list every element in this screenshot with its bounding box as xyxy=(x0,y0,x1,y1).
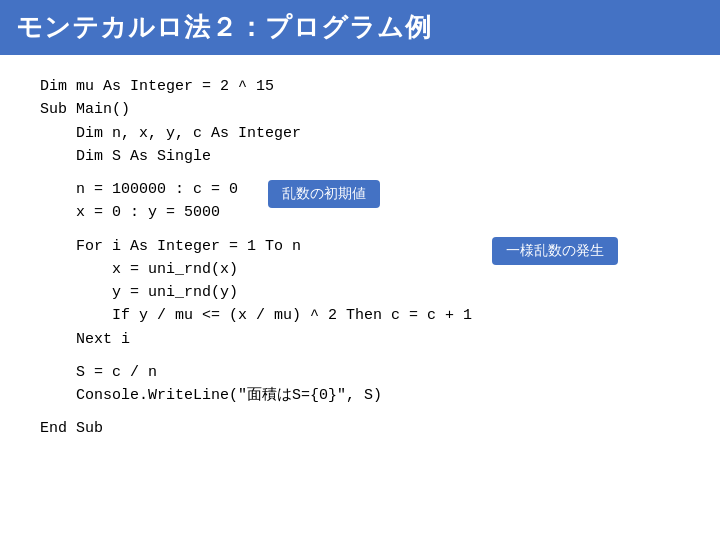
section-init: n = 100000 : c = 0 x = 0 : y = 5000 乱数の初… xyxy=(40,178,680,225)
code-line-9: If y / mu <= (x / mu) ^ 2 Then c = c + 1 xyxy=(40,304,472,327)
code-line-10: Next i xyxy=(40,328,472,351)
code-line-3: Dim n, x, y, c As Integer xyxy=(40,122,680,145)
tooltip-init: 乱数の初期値 xyxy=(268,178,380,208)
code-line-4: Dim S As Single xyxy=(40,145,680,168)
code-area: Dim mu As Integer = 2 ^ 15 Sub Main() Di… xyxy=(0,55,720,540)
section-for: For i As Integer = 1 To n x = uni_rnd(x)… xyxy=(40,235,680,351)
code-line-12: Console.WriteLine("面積はS={0}", S) xyxy=(40,384,680,407)
code-line-8: y = uni_rnd(y) xyxy=(40,281,472,304)
tooltip-uniform: 一様乱数の発生 xyxy=(492,235,618,265)
code-line-2: Sub Main() xyxy=(40,98,680,121)
code-line-11: S = c / n xyxy=(40,361,680,384)
title-bar: モンテカルロ法２：プログラム例 xyxy=(0,0,720,55)
for-code-lines: For i As Integer = 1 To n x = uni_rnd(x)… xyxy=(40,235,472,351)
code-line-1: Dim mu As Integer = 2 ^ 15 xyxy=(40,75,680,98)
page-container: モンテカルロ法２：プログラム例 Dim mu As Integer = 2 ^ … xyxy=(0,0,720,540)
code-line-6: For i As Integer = 1 To n xyxy=(40,235,472,258)
random-init-tooltip: 乱数の初期値 xyxy=(268,180,380,208)
uniform-random-tooltip: 一様乱数の発生 xyxy=(492,237,618,265)
code-line-13: End Sub xyxy=(40,417,680,440)
init-code-block: n = 100000 : c = 0 x = 0 : y = 5000 xyxy=(40,178,238,225)
code-line-5b: x = 0 : y = 5000 xyxy=(40,201,238,224)
page-title: モンテカルロ法２：プログラム例 xyxy=(16,10,432,45)
code-line-7: x = uni_rnd(x) xyxy=(40,258,472,281)
code-block: Dim mu As Integer = 2 ^ 15 Sub Main() Di… xyxy=(40,75,680,441)
code-line-5a: n = 100000 : c = 0 xyxy=(40,178,238,201)
